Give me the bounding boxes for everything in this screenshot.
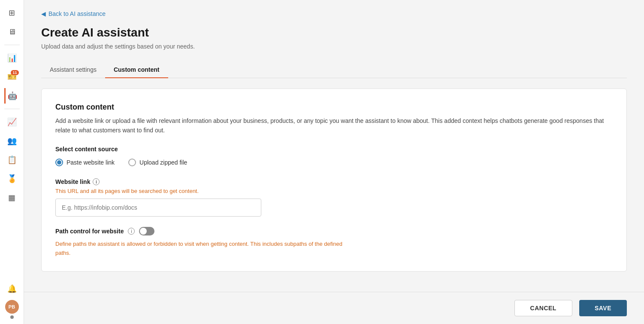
toggle-knob <box>140 228 147 235</box>
analytics-icon: 📈 <box>7 117 17 127</box>
footer: CANCEL SAVE <box>24 292 644 324</box>
ticket-badge: 11 <box>11 70 18 75</box>
sidebar-icon-tv[interactable]: 🖥 <box>4 24 20 40</box>
sidebar-icon-badge[interactable]: 🏅 <box>4 171 20 186</box>
save-button[interactable]: SAVE <box>579 300 627 316</box>
sidebar-icon-people[interactable]: 👥 <box>4 133 20 149</box>
select-source-label: Select content source <box>55 146 613 153</box>
page-title: Create AI assistant <box>41 26 627 40</box>
sidebar-icon-chart[interactable]: 📊 <box>4 50 20 66</box>
sidebar-icon-bot[interactable]: 🤖 <box>4 88 20 104</box>
radio-group-source: Paste website link Upload zipped file <box>55 159 613 166</box>
cancel-button[interactable]: CANCEL <box>514 300 572 316</box>
sidebar-icon-analytics[interactable]: 📈 <box>4 114 20 130</box>
radio-inner-website <box>57 160 61 165</box>
sidebar-divider <box>4 45 20 45</box>
sidebar-divider-2 <box>4 109 20 109</box>
grid-icon: ⊞ <box>9 8 15 18</box>
page-content-area: ◀ Back to AI assistance Create AI assist… <box>24 0 644 292</box>
badge-icon: 🏅 <box>7 174 17 183</box>
sidebar: ⊞ 🖥 📊 🎫 11 🤖 📈 👥 📋 🏅 ▦ 🔔 PB <box>0 0 24 324</box>
path-control-toggle[interactable] <box>139 227 154 235</box>
path-control-row: Path control for website i <box>55 227 613 235</box>
sidebar-icon-table[interactable]: ▦ <box>4 190 20 205</box>
sidebar-icon-list[interactable]: 📋 <box>4 152 20 168</box>
main-content: ◀ Back to AI assistance Create AI assist… <box>24 0 644 324</box>
tv-icon: 🖥 <box>8 28 16 37</box>
sidebar-icon-grid[interactable]: ⊞ <box>4 5 20 21</box>
back-link[interactable]: ◀ Back to AI assistance <box>41 10 627 17</box>
list-icon: 📋 <box>7 155 17 165</box>
radio-upload-zip[interactable]: Upload zipped file <box>128 159 187 166</box>
website-link-hint: This URL and all its pages will be searc… <box>55 188 613 194</box>
radio-paste-website[interactable]: Paste website link <box>55 159 115 166</box>
sidebar-icon-ticket[interactable]: 🎫 11 <box>4 69 20 85</box>
sidebar-icon-bell[interactable]: 🔔 <box>4 281 20 296</box>
people-icon: 👥 <box>7 136 17 146</box>
radio-outer-zip <box>128 159 136 166</box>
avatar[interactable]: PB <box>5 300 19 314</box>
tab-custom-content[interactable]: Custom content <box>105 62 168 78</box>
path-control-info-icon[interactable]: i <box>128 228 135 235</box>
custom-content-card: Custom content Add a website link or upl… <box>41 89 627 272</box>
avatar-status-dot <box>10 315 14 319</box>
url-input[interactable] <box>55 199 261 217</box>
bot-icon: 🤖 <box>8 91 17 101</box>
back-chevron-icon: ◀ <box>41 10 46 17</box>
tab-assistant-settings[interactable]: Assistant settings <box>41 62 105 78</box>
bell-icon: 🔔 <box>7 284 17 293</box>
sidebar-bottom: 🔔 PB <box>4 281 20 319</box>
path-control-section: Path control for website i Define paths … <box>55 227 613 258</box>
page-subtitle: Upload data and adjust the settings base… <box>41 43 627 50</box>
chart-icon: 📊 <box>7 53 17 63</box>
back-link-label: Back to AI assistance <box>48 10 106 17</box>
radio-label-zip: Upload zipped file <box>139 159 187 166</box>
path-control-label: Path control for website <box>55 228 124 235</box>
card-title: Custom content <box>55 103 613 112</box>
website-link-field-label: Website link i <box>55 178 613 185</box>
path-control-description: Define paths the assistant is allowed or… <box>55 240 347 258</box>
radio-outer-website <box>55 159 63 166</box>
radio-label-website: Paste website link <box>67 159 115 166</box>
website-link-info-icon[interactable]: i <box>93 178 100 185</box>
table-icon: ▦ <box>8 193 15 202</box>
card-description: Add a website link or upload a file with… <box>55 116 613 135</box>
tabs-container: Assistant settings Custom content <box>41 62 627 78</box>
